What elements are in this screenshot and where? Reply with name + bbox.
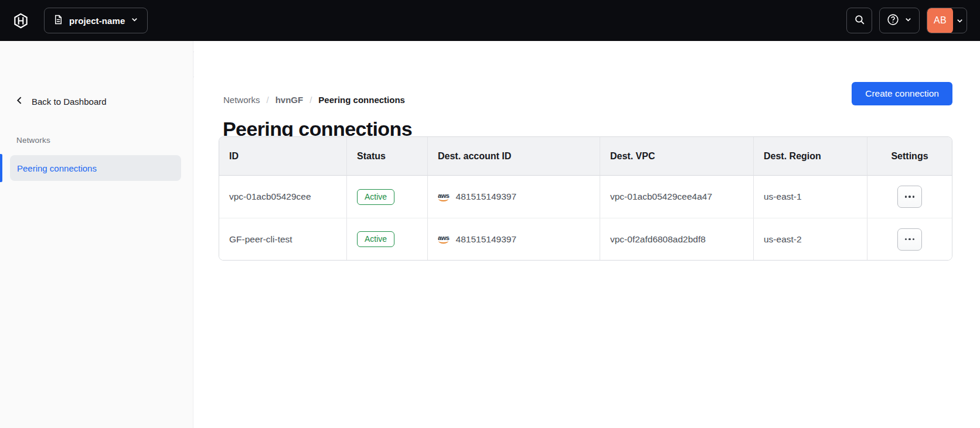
row-settings-button[interactable] bbox=[897, 186, 922, 208]
cell-status: Active bbox=[346, 176, 427, 218]
back-to-dashboard-link[interactable]: Back to Dashboard bbox=[15, 94, 107, 109]
cell-dest-vpc: vpc-0f2afd6808ad2bdf8 bbox=[600, 218, 753, 260]
breadcrumb-separator: / bbox=[267, 95, 269, 105]
document-icon bbox=[53, 15, 63, 27]
avatar: AB bbox=[927, 8, 953, 33]
status-badge: Active bbox=[357, 231, 394, 247]
column-header-status: Status bbox=[346, 137, 427, 176]
aws-smile-shape bbox=[438, 198, 448, 201]
account-id-value: 481515149397 bbox=[456, 234, 516, 245]
cell-dest-account-id: aws 481515149397 bbox=[427, 176, 600, 218]
sidebar-section-networks: Networks bbox=[16, 136, 50, 145]
column-header-id: ID bbox=[219, 137, 346, 176]
cell-dest-account-id: aws 481515149397 bbox=[427, 218, 600, 260]
active-item-indicator bbox=[0, 154, 2, 182]
cell-settings bbox=[867, 218, 952, 260]
cell-settings bbox=[867, 176, 952, 218]
create-connection-button[interactable]: Create connection bbox=[852, 82, 952, 105]
aws-smile-shape bbox=[438, 241, 448, 244]
project-name-label: project-name bbox=[69, 16, 125, 26]
breadcrumb-hvn[interactable]: hvnGF bbox=[275, 95, 304, 105]
search-button[interactable] bbox=[846, 8, 872, 33]
ellipsis-icon bbox=[905, 196, 907, 198]
hashicorp-logo-icon bbox=[13, 13, 29, 29]
project-switcher[interactable]: project-name bbox=[44, 8, 148, 33]
breadcrumb: Networks / hvnGF / Peering connections bbox=[223, 95, 405, 105]
main-content: Networks / hvnGF / Peering connections P… bbox=[194, 41, 980, 428]
ellipsis-icon bbox=[905, 238, 907, 241]
help-menu-button[interactable] bbox=[879, 8, 920, 33]
breadcrumb-separator: / bbox=[309, 95, 312, 105]
peering-connections-table: ID Status Dest. account ID Dest. VPC Des… bbox=[219, 136, 952, 261]
table-row: GF-peer-cli-test Active aws 481515149397… bbox=[219, 218, 952, 260]
column-header-dest-vpc: Dest. VPC bbox=[600, 137, 753, 176]
cell-dest-vpc: vpc-01acb05429cee4a47 bbox=[600, 176, 753, 218]
search-icon bbox=[854, 14, 865, 28]
breadcrumb-networks[interactable]: Networks bbox=[223, 95, 260, 105]
chevron-left-icon bbox=[15, 96, 24, 107]
cell-status: Active bbox=[346, 218, 427, 260]
sidebar-item-peering-connections[interactable]: Peering connections bbox=[10, 155, 181, 181]
chevron-down-icon bbox=[953, 17, 967, 25]
chevron-down-icon bbox=[131, 15, 138, 26]
breadcrumb-current-page: Peering connections bbox=[318, 95, 405, 105]
account-id-value: 481515149397 bbox=[456, 191, 516, 202]
aws-icon: aws bbox=[438, 193, 450, 201]
row-settings-button[interactable] bbox=[897, 228, 922, 251]
aws-icon: aws bbox=[438, 235, 450, 244]
cell-dest-region: us-east-2 bbox=[753, 218, 867, 260]
back-to-dashboard-label: Back to Dashboard bbox=[32, 97, 107, 107]
cell-id: vpc-01acb05429cee bbox=[219, 176, 346, 218]
column-header-dest-account-id: Dest. account ID bbox=[427, 137, 600, 176]
top-nav-bar: project-name AB bbox=[0, 0, 980, 41]
table-header-row: ID Status Dest. account ID Dest. VPC Des… bbox=[219, 137, 952, 176]
cell-dest-region: us-east-1 bbox=[753, 176, 867, 218]
account-menu-button[interactable]: AB bbox=[927, 8, 967, 33]
table-row: vpc-01acb05429cee Active aws 48151514939… bbox=[219, 176, 952, 218]
chevron-down-icon bbox=[904, 15, 912, 26]
sidebar-item-label: Peering connections bbox=[17, 163, 97, 173]
column-header-settings: Settings bbox=[867, 137, 952, 176]
status-badge: Active bbox=[357, 189, 394, 205]
sidebar: Back to Dashboard Networks Peering conne… bbox=[0, 41, 193, 428]
column-header-dest-region: Dest. Region bbox=[753, 137, 867, 176]
cell-id: GF-peer-cli-test bbox=[219, 218, 346, 260]
help-icon bbox=[887, 13, 899, 28]
